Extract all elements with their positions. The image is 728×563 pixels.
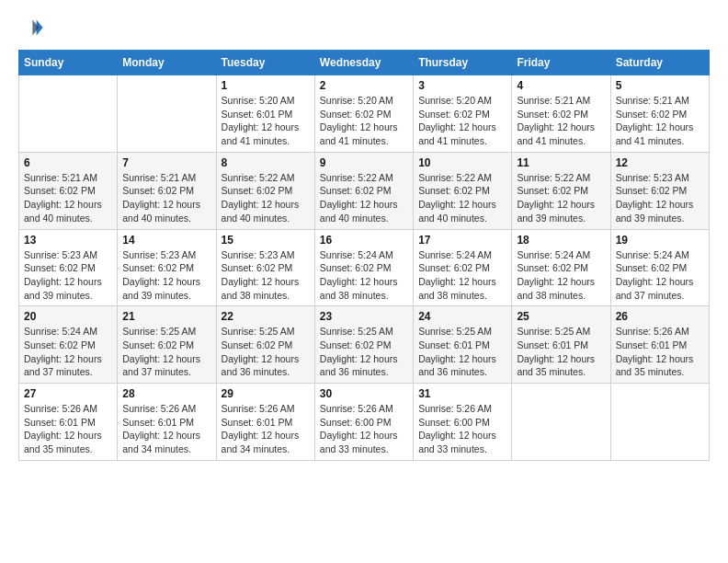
- day-number: 24: [418, 310, 506, 323]
- day-info: Sunrise: 5:24 AM Sunset: 6:02 PM Dayligh…: [24, 325, 112, 379]
- day-info: Sunrise: 5:21 AM Sunset: 6:02 PM Dayligh…: [24, 171, 112, 225]
- calendar-week-row: 27Sunrise: 5:26 AM Sunset: 6:01 PM Dayli…: [19, 384, 710, 461]
- calendar-day-cell: 30Sunrise: 5:26 AM Sunset: 6:00 PM Dayli…: [314, 384, 413, 461]
- day-info: Sunrise: 5:26 AM Sunset: 6:01 PM Dayligh…: [24, 402, 112, 456]
- header-tuesday: Tuesday: [216, 51, 314, 75]
- calendar-day-cell: 6Sunrise: 5:21 AM Sunset: 6:02 PM Daylig…: [19, 152, 118, 229]
- day-info: Sunrise: 5:22 AM Sunset: 6:02 PM Dayligh…: [320, 171, 408, 225]
- calendar-week-row: 1Sunrise: 5:20 AM Sunset: 6:01 PM Daylig…: [19, 75, 710, 153]
- day-number: 29: [222, 387, 310, 400]
- empty-cell: [118, 75, 216, 153]
- day-number: 8: [222, 156, 310, 169]
- empty-cell: [610, 384, 709, 461]
- day-info: Sunrise: 5:26 AM Sunset: 6:00 PM Dayligh…: [418, 402, 506, 456]
- calendar-day-cell: 28Sunrise: 5:26 AM Sunset: 6:01 PM Dayli…: [118, 384, 216, 461]
- day-number: 16: [320, 234, 408, 247]
- calendar-day-cell: 9Sunrise: 5:22 AM Sunset: 6:02 PM Daylig…: [314, 152, 413, 229]
- calendar-day-cell: 2Sunrise: 5:20 AM Sunset: 6:02 PM Daylig…: [314, 75, 413, 153]
- calendar-day-cell: 11Sunrise: 5:22 AM Sunset: 6:02 PM Dayli…: [512, 152, 610, 229]
- day-info: Sunrise: 5:20 AM Sunset: 6:01 PM Dayligh…: [222, 94, 310, 148]
- day-info: Sunrise: 5:26 AM Sunset: 6:01 PM Dayligh…: [122, 402, 210, 456]
- calendar-day-cell: 7Sunrise: 5:21 AM Sunset: 6:02 PM Daylig…: [118, 152, 216, 229]
- day-info: Sunrise: 5:23 AM Sunset: 6:02 PM Dayligh…: [616, 171, 704, 225]
- day-number: 5: [616, 79, 704, 92]
- calendar-day-cell: 13Sunrise: 5:23 AM Sunset: 6:02 PM Dayli…: [19, 229, 118, 306]
- calendar-day-cell: 31Sunrise: 5:26 AM Sunset: 6:00 PM Dayli…: [414, 384, 512, 461]
- day-number: 14: [122, 234, 210, 247]
- day-number: 18: [517, 234, 605, 247]
- day-info: Sunrise: 5:25 AM Sunset: 6:01 PM Dayligh…: [418, 325, 506, 379]
- calendar-header-row: SundayMondayTuesdayWednesdayThursdayFrid…: [19, 51, 710, 75]
- day-info: Sunrise: 5:25 AM Sunset: 6:01 PM Dayligh…: [517, 325, 605, 379]
- calendar-day-cell: 27Sunrise: 5:26 AM Sunset: 6:01 PM Dayli…: [19, 384, 118, 461]
- day-info: Sunrise: 5:20 AM Sunset: 6:02 PM Dayligh…: [418, 94, 506, 148]
- page-header: [18, 15, 710, 40]
- day-number: 15: [222, 234, 310, 247]
- header-sunday: Sunday: [19, 51, 118, 75]
- day-info: Sunrise: 5:23 AM Sunset: 6:02 PM Dayligh…: [222, 248, 310, 303]
- day-info: Sunrise: 5:25 AM Sunset: 6:02 PM Dayligh…: [122, 325, 210, 379]
- day-number: 7: [122, 156, 210, 169]
- header-thursday: Thursday: [414, 51, 512, 75]
- logo-icon: [18, 15, 44, 40]
- day-number: 25: [517, 310, 605, 323]
- day-number: 21: [122, 310, 210, 323]
- day-number: 19: [616, 234, 704, 247]
- day-info: Sunrise: 5:20 AM Sunset: 6:02 PM Dayligh…: [320, 94, 408, 148]
- day-info: Sunrise: 5:22 AM Sunset: 6:02 PM Dayligh…: [517, 171, 605, 225]
- day-info: Sunrise: 5:23 AM Sunset: 6:02 PM Dayligh…: [122, 248, 210, 303]
- day-number: 22: [222, 310, 310, 323]
- day-info: Sunrise: 5:26 AM Sunset: 6:00 PM Dayligh…: [320, 402, 408, 456]
- calendar-day-cell: 25Sunrise: 5:25 AM Sunset: 6:01 PM Dayli…: [512, 306, 610, 384]
- day-info: Sunrise: 5:24 AM Sunset: 6:02 PM Dayligh…: [418, 248, 506, 303]
- day-info: Sunrise: 5:21 AM Sunset: 6:02 PM Dayligh…: [616, 94, 704, 148]
- day-info: Sunrise: 5:24 AM Sunset: 6:02 PM Dayligh…: [517, 248, 605, 303]
- calendar-day-cell: 4Sunrise: 5:21 AM Sunset: 6:02 PM Daylig…: [512, 75, 610, 153]
- day-info: Sunrise: 5:26 AM Sunset: 6:01 PM Dayligh…: [616, 325, 704, 379]
- calendar-day-cell: 29Sunrise: 5:26 AM Sunset: 6:01 PM Dayli…: [216, 384, 314, 461]
- day-number: 2: [320, 79, 408, 92]
- header-monday: Monday: [118, 51, 216, 75]
- day-info: Sunrise: 5:21 AM Sunset: 6:02 PM Dayligh…: [517, 94, 605, 148]
- day-number: 6: [24, 156, 112, 169]
- calendar-day-cell: 19Sunrise: 5:24 AM Sunset: 6:02 PM Dayli…: [610, 229, 709, 306]
- calendar-day-cell: 17Sunrise: 5:24 AM Sunset: 6:02 PM Dayli…: [414, 229, 512, 306]
- day-number: 9: [320, 156, 408, 169]
- calendar-day-cell: 1Sunrise: 5:20 AM Sunset: 6:01 PM Daylig…: [216, 75, 314, 153]
- calendar-day-cell: 24Sunrise: 5:25 AM Sunset: 6:01 PM Dayli…: [414, 306, 512, 384]
- empty-cell: [512, 384, 610, 461]
- calendar-day-cell: 12Sunrise: 5:23 AM Sunset: 6:02 PM Dayli…: [610, 152, 709, 229]
- day-info: Sunrise: 5:23 AM Sunset: 6:02 PM Dayligh…: [24, 248, 112, 303]
- day-number: 12: [616, 156, 704, 169]
- calendar-day-cell: 10Sunrise: 5:22 AM Sunset: 6:02 PM Dayli…: [414, 152, 512, 229]
- calendar-week-row: 6Sunrise: 5:21 AM Sunset: 6:02 PM Daylig…: [19, 152, 710, 229]
- day-info: Sunrise: 5:24 AM Sunset: 6:02 PM Dayligh…: [616, 248, 704, 303]
- header-wednesday: Wednesday: [314, 51, 413, 75]
- day-number: 3: [418, 79, 506, 92]
- empty-cell: [19, 75, 118, 153]
- day-number: 27: [24, 387, 112, 400]
- day-number: 11: [517, 156, 605, 169]
- day-number: 10: [418, 156, 506, 169]
- calendar-day-cell: 5Sunrise: 5:21 AM Sunset: 6:02 PM Daylig…: [610, 75, 709, 153]
- day-number: 31: [418, 387, 506, 400]
- calendar-day-cell: 16Sunrise: 5:24 AM Sunset: 6:02 PM Dayli…: [314, 229, 413, 306]
- calendar-table: SundayMondayTuesdayWednesdayThursdayFrid…: [18, 50, 710, 461]
- calendar-day-cell: 18Sunrise: 5:24 AM Sunset: 6:02 PM Dayli…: [512, 229, 610, 306]
- calendar-day-cell: 8Sunrise: 5:22 AM Sunset: 6:02 PM Daylig…: [216, 152, 314, 229]
- calendar-day-cell: 15Sunrise: 5:23 AM Sunset: 6:02 PM Dayli…: [216, 229, 314, 306]
- calendar-week-row: 20Sunrise: 5:24 AM Sunset: 6:02 PM Dayli…: [19, 306, 710, 384]
- day-number: 23: [320, 310, 408, 323]
- day-number: 28: [122, 387, 210, 400]
- logo: [18, 15, 48, 40]
- day-info: Sunrise: 5:22 AM Sunset: 6:02 PM Dayligh…: [222, 171, 310, 225]
- calendar-day-cell: 22Sunrise: 5:25 AM Sunset: 6:02 PM Dayli…: [216, 306, 314, 384]
- calendar-day-cell: 20Sunrise: 5:24 AM Sunset: 6:02 PM Dayli…: [19, 306, 118, 384]
- day-info: Sunrise: 5:22 AM Sunset: 6:02 PM Dayligh…: [418, 171, 506, 225]
- calendar-day-cell: 14Sunrise: 5:23 AM Sunset: 6:02 PM Dayli…: [118, 229, 216, 306]
- day-info: Sunrise: 5:25 AM Sunset: 6:02 PM Dayligh…: [320, 325, 408, 379]
- calendar-day-cell: 23Sunrise: 5:25 AM Sunset: 6:02 PM Dayli…: [314, 306, 413, 384]
- day-info: Sunrise: 5:25 AM Sunset: 6:02 PM Dayligh…: [222, 325, 310, 379]
- day-info: Sunrise: 5:24 AM Sunset: 6:02 PM Dayligh…: [320, 248, 408, 303]
- header-saturday: Saturday: [610, 51, 709, 75]
